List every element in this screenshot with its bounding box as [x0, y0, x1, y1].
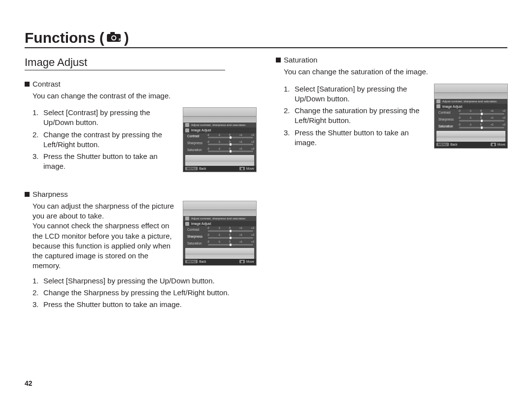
sharpness-step-1: Select [Sharpness] by pressing the Up/Do… [43, 276, 215, 286]
square-bullet-icon [25, 192, 30, 197]
chapter-title-suffix: ) [124, 30, 129, 46]
lcd-saturation: Adjust contrast, sharpness and saturatio… [434, 84, 507, 148]
saturation-title: Saturation [284, 55, 317, 65]
contrast-block: Contrast You can change the contrast of … [25, 79, 256, 174]
contrast-title: Contrast [33, 79, 61, 89]
saturation-step-2: Change the saturation by pressing the Le… [295, 106, 428, 126]
saturation-desc: You can change the saturation of the ima… [284, 67, 507, 77]
sharpness-step-3: Press the Shutter button to take an imag… [43, 300, 182, 309]
square-bullet-icon [25, 82, 30, 87]
sharpness-step-2: Change the Sharpness by pressing the Lef… [43, 288, 230, 298]
chapter-title-prefix: Functions ( [25, 30, 104, 46]
sharpness-block: Sharpness You can adjust the sharpness o… [25, 189, 256, 310]
sharpness-steps: 1.Select [Sharpness] by pressing the Up/… [33, 276, 256, 310]
sharpness-note: You cannot check the sharpness effect on… [33, 221, 176, 271]
page-number: 42 [25, 379, 33, 387]
section-title: Image Adjust [25, 55, 225, 70]
sharpness-title: Sharpness [33, 189, 68, 199]
saturation-steps: 1.Select [Saturation] by pressing the Up… [284, 84, 428, 150]
lcd-sharpness: Adjust contrast, sharpness and saturatio… [183, 201, 256, 265]
sharpness-desc-text: You can adjust the sharpness of the pict… [33, 201, 176, 221]
square-bullet-icon [276, 58, 281, 62]
chapter-title: Functions ( Fn ) [25, 30, 129, 47]
svg-rect-1 [110, 32, 115, 34]
camera-icon: Fn [106, 30, 122, 46]
contrast-step-3: Press the Shutter button to take an imag… [43, 152, 176, 172]
contrast-desc: You can change the contrast of the image… [33, 91, 256, 101]
contrast-step-1: Select [Contrast] by pressing the Up/Dow… [43, 108, 176, 128]
saturation-step-3: Press the Shutter button to take an imag… [295, 128, 428, 148]
svg-point-3 [112, 36, 115, 40]
saturation-block: Saturation You can change the saturation… [276, 55, 507, 150]
contrast-steps: 1.Select [Contrast] by pressing the Up/D… [33, 108, 176, 174]
svg-text:Fn: Fn [119, 38, 122, 41]
saturation-step-1: Select [Saturation] by pressing the Up/D… [295, 84, 428, 104]
lcd-contrast: Adjust contrast, sharpness and saturatio… [183, 108, 256, 172]
contrast-step-2: Change the contrast by pressing the Left… [43, 130, 176, 150]
sharpness-desc: You can adjust the sharpness of the pict… [33, 201, 256, 271]
